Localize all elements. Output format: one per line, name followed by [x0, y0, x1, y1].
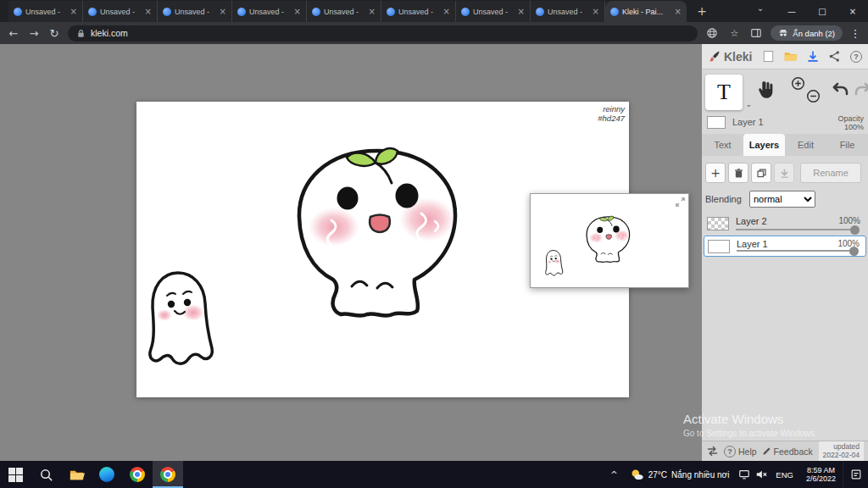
- back-button[interactable]: ←: [7, 28, 20, 39]
- layer-list: Layer 2 100% Layer 1 100%: [704, 214, 866, 258]
- new-tab-button[interactable]: +: [693, 3, 710, 19]
- browser-tab[interactable]: Unsaved - ×: [232, 1, 307, 22]
- browser-menu-icon[interactable]: ⋮: [849, 27, 861, 40]
- browser-tab[interactable]: Unsaved - ×: [83, 1, 158, 22]
- blending-row: Blending normal: [705, 190, 865, 210]
- tab-search-chevron-icon[interactable]: ⌄: [753, 3, 768, 13]
- hand-tool-icon[interactable]: [754, 79, 778, 103]
- signature-line1: reinny: [598, 104, 625, 114]
- swap-panel-icon[interactable]: [706, 445, 719, 458]
- chrome-active-button[interactable]: [153, 461, 183, 488]
- kleki-favicon-icon: [163, 8, 171, 16]
- browser-tab[interactable]: Unsaved - ×: [456, 1, 531, 22]
- browser-tab[interactable]: Unsaved - ×: [307, 1, 381, 22]
- clock[interactable]: 8:59 AM 2/6/2022: [799, 466, 843, 484]
- tab-layers[interactable]: Layers: [743, 134, 785, 156]
- tab-close-icon[interactable]: ×: [220, 8, 226, 16]
- tab-close-icon[interactable]: ×: [145, 8, 152, 16]
- layer-row[interactable]: Layer 2 100%: [704, 214, 866, 235]
- open-folder-icon[interactable]: [783, 49, 798, 64]
- zoom-in-icon[interactable]: [791, 76, 805, 91]
- feedback-button[interactable]: Feedback: [762, 446, 813, 457]
- layer-opacity-slider[interactable]: [736, 229, 858, 230]
- tab-label: Unsaved -: [175, 8, 216, 16]
- new-image-icon[interactable]: [761, 49, 776, 64]
- sidebar-footer: ? Help Feedback updated 2022-02-04: [702, 441, 868, 461]
- kleki-favicon-icon: [14, 8, 22, 16]
- zoom-out-icon[interactable]: [806, 89, 821, 103]
- browser-tab[interactable]: Unsaved - ×: [158, 1, 232, 22]
- artist-signature: reinny #hd247: [598, 104, 625, 123]
- layer-opacity-value: 100%: [838, 216, 860, 225]
- tab-label: Unsaved -: [100, 8, 142, 16]
- browser-tab[interactable]: Unsaved - ×: [531, 1, 605, 22]
- action-center-button[interactable]: [843, 461, 868, 488]
- taskbar-tray: ^ 27°C Nắng nhiều nơi ENG 8:59 AM 2/6/20…: [605, 461, 868, 488]
- help-question-icon: ?: [724, 446, 736, 458]
- tab-close-icon[interactable]: ×: [70, 8, 77, 16]
- layer-thumbnail: [708, 240, 730, 253]
- volume-mute-icon[interactable]: [753, 469, 770, 480]
- rename-layer-button[interactable]: Rename: [800, 163, 861, 183]
- blending-select[interactable]: normal: [749, 191, 815, 208]
- undo-icon[interactable]: [831, 80, 851, 100]
- maximize-button[interactable]: □: [807, 0, 837, 22]
- download-icon[interactable]: [805, 49, 820, 64]
- chrome-button[interactable]: [122, 461, 153, 488]
- tab-file[interactable]: File: [826, 134, 868, 156]
- tab-close-icon[interactable]: ×: [369, 8, 376, 16]
- help-icon[interactable]: ?: [850, 51, 862, 63]
- address-bar[interactable]: kleki.com: [68, 25, 698, 42]
- duplicate-layer-button[interactable]: [751, 163, 771, 183]
- delete-layer-button[interactable]: [728, 163, 748, 183]
- browser-tab[interactable]: Unsaved - ×: [8, 1, 83, 22]
- current-layer-thumbnail[interactable]: [707, 116, 726, 129]
- blending-label: Blending: [705, 194, 742, 204]
- tab-label: Unsaved -: [398, 8, 440, 16]
- close-button[interactable]: ×: [837, 0, 868, 22]
- translate-icon[interactable]: [704, 27, 720, 39]
- tab-close-icon[interactable]: ×: [443, 8, 450, 16]
- share-icon[interactable]: [827, 49, 842, 64]
- tab-close-icon[interactable]: ×: [294, 8, 301, 16]
- text-tool-button[interactable]: T ⌄: [705, 75, 743, 110]
- search-button[interactable]: [31, 461, 61, 488]
- tab-label: Unsaved -: [25, 8, 67, 16]
- forward-button[interactable]: →: [27, 28, 41, 39]
- tab-label: Unsaved -: [473, 8, 515, 16]
- preview-resize-icon[interactable]: [675, 196, 686, 207]
- screen: Unsaved - × Unsaved - × Unsaved - × Unsa…: [0, 0, 868, 488]
- tab-label: Unsaved -: [324, 8, 365, 16]
- kleki-favicon-icon: [536, 8, 544, 16]
- tab-text[interactable]: Text: [702, 134, 743, 156]
- browser-tab[interactable]: Unsaved - ×: [381, 1, 456, 22]
- side-panel-icon[interactable]: [748, 27, 764, 39]
- tab-close-icon[interactable]: ×: [593, 8, 599, 16]
- weather-widget[interactable]: 27°C Nắng nhiều nơi: [623, 468, 737, 482]
- layer-opacity-slider[interactable]: [737, 250, 857, 252]
- chevron-down-icon[interactable]: ⌄: [745, 100, 752, 108]
- tab-close-icon[interactable]: ×: [675, 8, 682, 16]
- action-center-icon: [850, 469, 862, 480]
- duplicate-icon: [756, 168, 767, 179]
- display-icon[interactable]: [736, 469, 753, 480]
- start-button[interactable]: [0, 461, 31, 488]
- language-indicator[interactable]: ENG: [770, 470, 799, 480]
- add-layer-button[interactable]: +: [705, 163, 726, 183]
- current-layer-row: Layer 1 Opacity 100%: [702, 114, 868, 132]
- minimize-button[interactable]: —: [776, 0, 807, 22]
- window-controls: — □ ×: [776, 0, 868, 22]
- redo-icon[interactable]: [852, 80, 868, 100]
- hidden-icons-chevron-icon[interactable]: ^: [605, 470, 622, 480]
- bookmark-star-icon[interactable]: ☆: [726, 28, 742, 39]
- tab-edit[interactable]: Edit: [785, 134, 826, 156]
- file-explorer-button[interactable]: [61, 461, 92, 488]
- layer-row-selected[interactable]: Layer 1 100%: [704, 236, 866, 257]
- edge-button[interactable]: [92, 461, 122, 488]
- reload-button[interactable]: ↻: [47, 28, 61, 39]
- tab-close-icon[interactable]: ×: [518, 8, 525, 16]
- merge-down-button[interactable]: [774, 163, 794, 183]
- layer-buttons-row: + Rename: [702, 161, 868, 185]
- help-button[interactable]: ? Help: [724, 446, 757, 458]
- browser-tab-active[interactable]: Kleki - Pai... ×: [605, 1, 687, 22]
